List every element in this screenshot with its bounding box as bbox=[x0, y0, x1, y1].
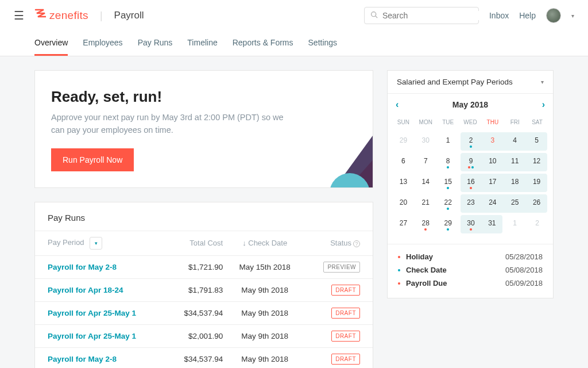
calendar-day[interactable]: 9 bbox=[461, 153, 482, 171]
cost-cell: $1,791.83 bbox=[154, 286, 223, 294]
status-badge: DRAFT bbox=[331, 354, 360, 365]
search-box[interactable] bbox=[364, 7, 479, 24]
inbox-link[interactable]: Inbox bbox=[489, 11, 509, 20]
col-status-label[interactable]: Status bbox=[330, 239, 351, 247]
calendar-day[interactable]: 31 bbox=[481, 215, 502, 233]
legend-row: Check Date05/08/2018 bbox=[398, 266, 543, 274]
calendar-day[interactable]: 10 bbox=[481, 153, 504, 171]
date-cell: May 9th 2018 bbox=[223, 286, 307, 294]
next-month-button[interactable]: › bbox=[542, 99, 545, 110]
help-link[interactable]: Help bbox=[519, 11, 536, 20]
tab-settings[interactable]: Settings bbox=[308, 31, 338, 56]
col-date-label[interactable]: ↓ Check Date bbox=[223, 239, 307, 247]
legend-dot bbox=[398, 282, 400, 285]
chevron-down-icon[interactable]: ▾ bbox=[571, 13, 574, 19]
calendar-day[interactable]: 22 bbox=[438, 194, 458, 213]
tab-reports-forms[interactable]: Reports & Forms bbox=[233, 31, 293, 56]
legend-label: Payroll Due bbox=[406, 279, 500, 288]
status-badge: DRAFT bbox=[331, 285, 360, 296]
calendar-day[interactable]: 6 bbox=[393, 153, 413, 171]
calendar-day[interactable]: 15 bbox=[438, 174, 458, 192]
payrun-link[interactable]: Payroll for Apr 25-May 1 bbox=[48, 332, 136, 340]
help-icon[interactable]: ? bbox=[353, 240, 360, 247]
run-payroll-button[interactable]: Run Payroll Now bbox=[51, 148, 134, 171]
calendar-day[interactable]: 2 bbox=[461, 132, 482, 151]
calendar-day[interactable]: 24 bbox=[481, 194, 504, 213]
calendar-day[interactable]: 25 bbox=[504, 194, 526, 213]
table-row[interactable]: Payroll for May 2-8$34,537.94May 9th 201… bbox=[35, 347, 373, 369]
calendar-day[interactable]: 17 bbox=[481, 174, 504, 192]
calendar-day[interactable]: 8 bbox=[438, 153, 458, 171]
payrun-link[interactable]: Payroll for May 2-8 bbox=[48, 355, 117, 363]
dow-label: TUE bbox=[437, 116, 459, 131]
calendar-day[interactable]: 19 bbox=[526, 174, 547, 192]
calendar-day[interactable]: 18 bbox=[504, 174, 526, 192]
calendar-day[interactable]: 20 bbox=[393, 194, 413, 213]
menu-icon[interactable]: ☰ bbox=[14, 9, 24, 22]
tab-timeline[interactable]: Timeline bbox=[187, 31, 217, 56]
cost-cell: $1,721.90 bbox=[154, 263, 223, 271]
calendar-day[interactable]: 29 bbox=[438, 215, 458, 233]
table-row[interactable]: Payroll for Apr 18-24$1,791.83May 9th 20… bbox=[35, 278, 373, 301]
logo-mark-icon bbox=[34, 8, 46, 23]
calendar-day[interactable]: 23 bbox=[461, 194, 482, 213]
calendar-day[interactable]: 26 bbox=[526, 194, 547, 213]
app-name: Payroll bbox=[114, 10, 144, 21]
cost-cell: $2,001.90 bbox=[154, 332, 223, 340]
payrun-link[interactable]: Payroll for Apr 18-24 bbox=[48, 286, 123, 294]
calendar-day[interactable]: 3 bbox=[481, 132, 504, 151]
calendar-day[interactable]: 2 bbox=[527, 215, 547, 233]
brand-logo[interactable]: zenefits bbox=[34, 8, 88, 23]
tab-employees[interactable]: Employees bbox=[83, 31, 122, 56]
hero-decoration bbox=[304, 118, 373, 188]
calendar-day[interactable]: 14 bbox=[416, 174, 436, 192]
date-cell: May 15th 2018 bbox=[223, 263, 307, 271]
calendar-card: Salaried and Exempt Pay Periods ▾ ‹ May … bbox=[387, 70, 554, 298]
calendar-day[interactable]: 7 bbox=[416, 153, 436, 171]
calendar-day[interactable]: 29 bbox=[393, 132, 413, 151]
payruns-title: Pay Runs bbox=[35, 202, 373, 231]
calendar-day[interactable]: 13 bbox=[393, 174, 413, 192]
status-badge: DRAFT bbox=[331, 331, 360, 342]
brand-name: zenefits bbox=[49, 9, 88, 22]
sort-dropdown-icon[interactable]: ▾ bbox=[90, 237, 102, 250]
calendar-day[interactable]: 5 bbox=[526, 132, 547, 151]
calendar-day[interactable]: 30 bbox=[461, 215, 482, 233]
table-row[interactable]: Payroll for May 2-8$1,721.90May 15th 201… bbox=[35, 255, 373, 278]
calendar-day[interactable]: 30 bbox=[416, 132, 436, 151]
col-cost-label[interactable]: Total Cost bbox=[154, 239, 223, 247]
prev-month-button[interactable]: ‹ bbox=[396, 99, 399, 110]
table-row[interactable]: Payroll for Apr 25-May 1$2,001.90May 9th… bbox=[35, 324, 373, 347]
calendar-day[interactable]: 12 bbox=[526, 153, 547, 171]
search-icon bbox=[370, 11, 378, 20]
table-head: Pay Period ▾ Total Cost ↓ Check Date Sta… bbox=[35, 231, 373, 255]
calendar-day[interactable]: 1 bbox=[438, 132, 458, 151]
calendar-day[interactable]: 16 bbox=[461, 174, 482, 192]
svg-point-0 bbox=[372, 12, 376, 17]
cost-cell: $34,537.94 bbox=[154, 355, 223, 363]
payrun-link[interactable]: Payroll for Apr 25-May 1 bbox=[48, 309, 136, 317]
svg-line-1 bbox=[376, 16, 377, 18]
calendar-day[interactable]: 21 bbox=[416, 194, 436, 213]
dow-label: SUN bbox=[392, 116, 415, 131]
calendar-day[interactable]: 28 bbox=[416, 215, 436, 233]
divider: | bbox=[100, 10, 103, 22]
legend-date: 05/28/2018 bbox=[505, 252, 543, 261]
status-badge: PREVIEW bbox=[323, 262, 360, 273]
calendar-day[interactable]: 27 bbox=[393, 215, 413, 233]
status-badge: DRAFT bbox=[331, 308, 360, 319]
tab-overview[interactable]: Overview bbox=[34, 31, 68, 56]
calendar-day[interactable]: 11 bbox=[504, 153, 526, 171]
calendar-day[interactable]: 4 bbox=[504, 132, 526, 151]
calendar-day[interactable]: 1 bbox=[505, 215, 525, 233]
payrun-link[interactable]: Payroll for May 2-8 bbox=[48, 263, 117, 271]
tab-pay-runs[interactable]: Pay Runs bbox=[138, 31, 173, 56]
table-row[interactable]: Payroll for Apr 25-May 1$34,537.94May 9t… bbox=[35, 301, 373, 324]
legend-row: Payroll Due05/09/2018 bbox=[398, 279, 543, 288]
search-input[interactable] bbox=[382, 11, 483, 20]
dow-label: WED bbox=[459, 116, 482, 131]
pay-period-selector[interactable]: Salaried and Exempt Pay Periods ▾ bbox=[388, 71, 553, 94]
legend-dot bbox=[398, 269, 400, 271]
legend-date: 05/08/2018 bbox=[505, 266, 543, 274]
avatar[interactable] bbox=[546, 8, 561, 23]
